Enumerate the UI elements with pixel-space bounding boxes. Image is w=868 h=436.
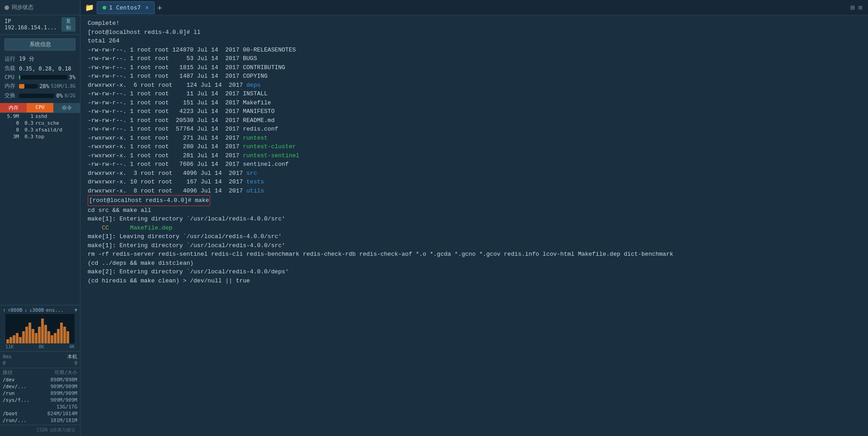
- sync-status-row: 同步状态: [0, 0, 80, 15]
- disk-section: 路径 可用/大小 /dev 898M/898M /dev/... 909M/90…: [0, 368, 80, 425]
- list-icon[interactable]: ≡: [858, 3, 863, 12]
- terminal-line: (cd hiredis && make clean) > /dev/null |…: [88, 277, 861, 286]
- net-interface: ens...: [46, 307, 64, 313]
- mem-label: 内存: [5, 82, 17, 90]
- copy-button[interactable]: 复制: [61, 17, 75, 32]
- proc-cpu: 1: [21, 113, 33, 119]
- terminal-line: -rw-rw-r--. 1 root root 151 Jul 14 2017 …: [88, 98, 861, 108]
- proc-mem: 3M: [3, 134, 19, 140]
- disk-path: [3, 404, 24, 410]
- ping-val-1: 0: [3, 360, 6, 366]
- network-chart: [5, 314, 75, 343]
- uptime-row: 运行 19 分: [0, 54, 80, 64]
- disk-row: /dev/... 909M/909M: [3, 383, 77, 390]
- terminal-line: cd src && make all: [88, 206, 861, 215]
- disk-path: /boot: [3, 411, 24, 417]
- swap-row: 交换 0% 0/2G: [0, 91, 80, 100]
- swap-size: 0/2G: [65, 93, 75, 98]
- terminal-line: make[1]: Entering directory `/usr/local/…: [88, 241, 861, 250]
- disk-avail: 181M/181M: [50, 417, 77, 423]
- disk-row: 13G/17G: [3, 403, 77, 410]
- net-down: ↓300B: [29, 307, 44, 313]
- folder-icon[interactable]: 📁: [85, 3, 94, 12]
- tab-cpu[interactable]: CPU: [27, 103, 53, 113]
- net-scale-4k: 4K: [69, 344, 75, 349]
- cpu-label: CPU: [5, 74, 17, 80]
- tab-add-button[interactable]: +: [157, 3, 162, 12]
- net-label-row: ↑ ↑800B ↓ ↓300B ens... ▼: [3, 307, 77, 313]
- terminal-boxed-prompt: [root@localhost redis-4.0.0]# make: [88, 195, 210, 206]
- disk-path: /run: [3, 390, 24, 396]
- net-scale-11k: 11K: [5, 344, 14, 349]
- top-right-icons: ⊞ ≡: [850, 3, 866, 12]
- grid-icon[interactable]: ⊞: [850, 3, 855, 12]
- sync-dot: [5, 5, 9, 10]
- chart-bar: [28, 323, 31, 343]
- process-row: 3M 0.3 top: [0, 133, 80, 140]
- terminal-line: drwxrwxr-x. 10 root root 167 Jul 14 2017…: [88, 178, 861, 187]
- disk-path: /dev/...: [3, 384, 27, 389]
- sync-label: 同步状态: [12, 4, 33, 11]
- proc-name: top: [35, 134, 77, 140]
- proc-mem: 0: [3, 127, 19, 133]
- swap-percent: 0%: [56, 93, 62, 99]
- disk-row: /dev 898M/898M: [3, 376, 77, 383]
- mem-size: 510M/1.8G: [51, 84, 75, 89]
- process-tabs: 内存 CPU 命令: [0, 103, 80, 113]
- cpu-value: 3%: [69, 74, 75, 80]
- proc-cpu: 0.3: [21, 120, 33, 126]
- expand-icon[interactable]: ▼: [74, 307, 77, 313]
- tab-centos7[interactable]: 1 Centos7 ×: [97, 1, 155, 14]
- chart-bar: [13, 335, 15, 343]
- cpu-progress-fill: [19, 75, 20, 80]
- terminal-line: CC Makefile.dep: [88, 224, 861, 233]
- tab-cmd[interactable]: 命令: [53, 103, 80, 113]
- disk-avail: 13G/17G: [57, 404, 77, 410]
- disk-avail: 898M/898M: [50, 377, 77, 383]
- terminal-line: make[1]: Leaving directory `/usr/local/r…: [88, 232, 861, 241]
- tab-mem[interactable]: 内存: [0, 103, 27, 113]
- mem-progress-fill: [19, 84, 24, 89]
- terminal-line: [root@localhost redis-4.0.0]# make: [88, 195, 861, 206]
- chart-bar: [47, 331, 50, 344]
- sysinfo-button[interactable]: 系统信息: [5, 38, 75, 51]
- load-label: 负载: [5, 65, 17, 72]
- disk-row: /run/... 181M/181M: [3, 417, 77, 424]
- uptime-label: 运行: [5, 55, 17, 63]
- terminal-line: drwxrwxr-x. 3 root root 4096 Jul 14 2017…: [88, 169, 861, 178]
- disk-avail: 899M/909M: [50, 390, 77, 396]
- chart-bar: [16, 333, 19, 343]
- terminal-line: -rw-rw-r--. 1 root root 57764 Jul 14 201…: [88, 125, 861, 134]
- chart-bar: [41, 319, 44, 343]
- disk-path: /run/...: [3, 417, 27, 423]
- term-exec-name: runtest-cluster: [243, 143, 296, 150]
- terminal-line: -rwxrwxr-x. 1 root root 281 Jul 14 2017 …: [88, 151, 861, 160]
- net-up: ↑800B: [8, 307, 23, 313]
- proc-name: rcu_sche: [35, 120, 77, 126]
- terminal[interactable]: Complete![root@localhost redis-4.0.0]# l…: [80, 15, 868, 436]
- download-arrow-icon: ↓: [24, 307, 28, 313]
- disk-avail: 909M/909M: [50, 397, 77, 403]
- net-scale-labels: 11K 8K 4K: [3, 344, 77, 349]
- ping-value: 0ms: [3, 354, 12, 360]
- process-row: 0 0.3 rcu_sche: [0, 120, 80, 127]
- chart-bar: [63, 327, 66, 343]
- cpu-row: CPU 3%: [0, 73, 80, 81]
- chart-bar: [22, 331, 25, 344]
- terminal-line: (cd ../deps && make distclean): [88, 259, 861, 268]
- ping-location: 本机: [67, 353, 77, 360]
- terminal-line: -rw-rw-r--. 1 root root 124870 Jul 14 20…: [88, 46, 861, 55]
- terminal-line: make[1]: Entering directory `/usr/local/…: [88, 215, 861, 224]
- terminal-line: -rw-rw-r--. 1 root root 11 Jul 14 2017 I…: [88, 89, 861, 98]
- chart-bar: [38, 327, 41, 343]
- proc-mem: 0: [3, 120, 19, 126]
- terminal-line: -rw-rw-r--. 1 root root 7606 Jul 14 2017…: [88, 160, 861, 169]
- network-section: ↑ ↑800B ↓ ↓300B ens... ▼ 11K 8K 4K: [0, 305, 80, 351]
- disk-avail: 824M/1014M: [47, 411, 77, 417]
- ip-row: IP 192.168.154.1... 复制: [0, 15, 80, 35]
- chart-bar: [66, 331, 69, 344]
- disk-row: /run 899M/909M: [3, 390, 77, 397]
- disk-col-path: 路径: [3, 369, 13, 376]
- chart-bars-container: [5, 314, 75, 343]
- tab-close-button[interactable]: ×: [145, 5, 148, 11]
